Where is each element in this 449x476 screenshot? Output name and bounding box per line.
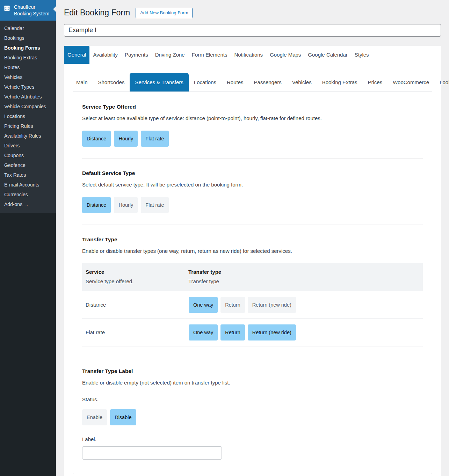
option-flat-rate-return-new-ride[interactable]: Return (new ride) — [248, 324, 296, 340]
sidebar-item-vehicle-types[interactable]: Vehicle Types — [0, 82, 56, 92]
current-menu-arrow — [50, 6, 56, 12]
subtab-shortcodes[interactable]: Shortcodes — [93, 73, 130, 91]
service-cell: Distance — [82, 291, 185, 318]
tab-google-maps[interactable]: Google Maps — [266, 46, 304, 64]
sidebar-item-tax-rates[interactable]: Tax Rates — [0, 170, 56, 180]
option-flat-rate-one-way[interactable]: One way — [189, 324, 218, 340]
option-distance-return[interactable]: Return — [220, 297, 245, 313]
transfer-type-label-description: Enable or disable empty (not selected) i… — [82, 380, 423, 386]
subtab-woocommerce[interactable]: WooCommerce — [388, 73, 434, 91]
tab-google-calendar[interactable]: Google Calendar — [304, 46, 351, 64]
sidebar-menu: CalendarBookingsBooking FormsBooking Ext… — [0, 21, 56, 213]
default-service-type-description: Select default service type. It will be … — [82, 182, 423, 188]
sidebar-item-geofence[interactable]: Geofence — [0, 160, 56, 170]
tab-general[interactable]: General — [64, 46, 89, 64]
tab-driving-zone[interactable]: Driving Zone — [152, 46, 188, 64]
option-distance-return-new-ride[interactable]: Return (new ride) — [248, 297, 296, 313]
option-flat-rate[interactable]: Flat rate — [141, 131, 168, 147]
title-row: Edit Booking Form Add New Booking Form — [64, 0, 441, 18]
plugin-header[interactable]: Chauffeur Booking System — [0, 0, 56, 21]
sidebar-item-routes[interactable]: Routes — [0, 63, 56, 72]
column-header-service: Service Service type offered. — [82, 269, 185, 284]
option-hourly[interactable]: Hourly — [114, 197, 138, 213]
calendar-icon — [3, 5, 10, 13]
default-service-type-options: DistanceHourlyFlat rate — [82, 197, 423, 213]
add-new-booking-form-button[interactable]: Add New Booking Form — [136, 8, 193, 18]
status-options: EnableDisable — [82, 409, 423, 425]
transfer-type-label-input[interactable] — [82, 446, 222, 460]
service-type-options: DistanceHourlyFlat rate — [82, 131, 423, 147]
subtab-booking-extras[interactable]: Booking Extras — [317, 73, 363, 91]
option-flat-rate[interactable]: Flat rate — [141, 197, 168, 213]
column-title: Service — [86, 269, 185, 275]
transfer-type-cell: One wayReturnReturn (new ride) — [185, 291, 423, 318]
sidebar: Chauffeur Booking System CalendarBooking… — [0, 0, 56, 476]
label-field-label: Label. — [82, 436, 423, 442]
page-title: Edit Booking Form — [64, 8, 130, 17]
table-row-flat-rate: Flat rateOne wayReturnReturn (new ride) — [82, 319, 423, 346]
option-distance-one-way[interactable]: One way — [189, 297, 218, 313]
transfer-type-table: Service Service type offered. Transfer t… — [82, 263, 423, 346]
subtab-vehicles[interactable]: Vehicles — [287, 73, 317, 91]
subtab-prices[interactable]: Prices — [363, 73, 388, 91]
sidebar-item-drivers[interactable]: Drivers — [0, 141, 56, 151]
subtab-look-feel[interactable]: Look & Feel — [434, 73, 449, 91]
tab-content: Service Type Offered Select at least one… — [73, 91, 432, 474]
service-type-description: Select at least one available type of se… — [82, 115, 423, 121]
transfer-type-heading: Transfer Type — [82, 236, 423, 243]
service-type-heading: Service Type Offered — [82, 104, 423, 110]
sidebar-item-vehicle-companies[interactable]: Vehicle Companies — [0, 102, 56, 111]
option-hourly[interactable]: Hourly — [114, 131, 138, 147]
tab-payments[interactable]: Payments — [121, 46, 152, 64]
tab-form-elements[interactable]: Form Elements — [188, 46, 231, 64]
section-divider — [82, 225, 423, 225]
transfer-type-description: Enable or disable transfer types (one wa… — [82, 248, 423, 254]
column-subtitle: Transfer type — [188, 278, 423, 284]
option-enable[interactable]: Enable — [82, 409, 107, 425]
option-distance[interactable]: Distance — [82, 197, 111, 213]
sidebar-item-bookings[interactable]: Bookings — [0, 33, 56, 43]
subtab-locations[interactable]: Locations — [189, 73, 222, 91]
status-label: Status. — [82, 396, 423, 402]
tab-notifications[interactable]: Notifications — [231, 46, 266, 64]
subtab-main[interactable]: Main — [71, 73, 93, 91]
sidebar-item-coupons[interactable]: Coupons — [0, 151, 56, 160]
sidebar-item-availability-rules[interactable]: Availability Rules — [0, 131, 56, 141]
subtab-passengers[interactable]: Passengers — [249, 73, 287, 91]
sidebar-item-booking-forms[interactable]: Booking Forms — [0, 43, 56, 53]
sidebar-item-locations[interactable]: Locations — [0, 111, 56, 121]
settings-panel: GeneralAvailabilityPaymentsDriving ZoneF… — [64, 46, 441, 476]
sidebar-item-add-ons[interactable]: Add-ons → — [0, 199, 56, 209]
transfer-table-body: DistanceOne wayReturnReturn (new ride)Fl… — [82, 291, 423, 346]
option-flat-rate-return[interactable]: Return — [220, 324, 245, 340]
tab-styles[interactable]: Styles — [351, 46, 372, 64]
subtab-services-transfers[interactable]: Services & Transfers — [130, 73, 188, 91]
service-cell: Flat rate — [82, 319, 185, 346]
column-title: Transfer type — [188, 269, 423, 275]
transfer-type-cell: One wayReturnReturn (new ride) — [185, 319, 423, 346]
sidebar-item-vehicles[interactable]: Vehicles — [0, 72, 56, 82]
option-disable[interactable]: Disable — [110, 409, 136, 425]
tab-availability[interactable]: Availability — [89, 46, 121, 64]
sidebar-item-pricing-rules[interactable]: Pricing Rules — [0, 121, 56, 131]
sidebar-item-calendar[interactable]: Calendar — [0, 23, 56, 33]
booking-form-name-input[interactable] — [64, 24, 441, 37]
sidebar-item-booking-extras[interactable]: Booking Extras — [0, 53, 56, 63]
sidebar-item-e-mail-accounts[interactable]: E-mail Accounts — [0, 180, 56, 190]
main-content: Edit Booking Form Add New Booking Form G… — [56, 0, 449, 476]
sidebar-item-vehicle-attributes[interactable]: Vehicle Attributes — [0, 92, 56, 102]
sub-tabs: MainShortcodesServices & TransfersLocati… — [64, 73, 441, 91]
plugin-title: Chauffeur Booking System — [14, 4, 51, 17]
column-header-transfer-type: Transfer type Transfer type — [185, 269, 423, 284]
subtab-routes[interactable]: Routes — [222, 73, 249, 91]
default-service-type-heading: Default Service Type — [82, 170, 423, 176]
section-divider — [82, 158, 423, 159]
option-distance[interactable]: Distance — [82, 131, 111, 147]
table-row-distance: DistanceOne wayReturnReturn (new ride) — [82, 291, 423, 319]
column-subtitle: Service type offered. — [86, 278, 185, 284]
sidebar-item-currencies[interactable]: Currencies — [0, 190, 56, 199]
table-header: Service Service type offered. Transfer t… — [82, 263, 423, 291]
main-tabs: GeneralAvailabilityPaymentsDriving ZoneF… — [64, 46, 441, 64]
transfer-type-label-heading: Transfer Type Label — [82, 368, 423, 374]
